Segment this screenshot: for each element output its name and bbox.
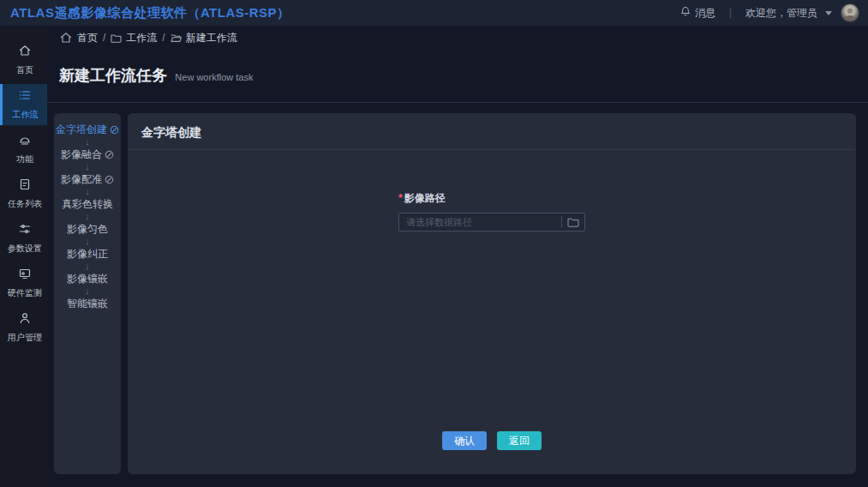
sidebar-item-7[interactable]: 用户管理: [0, 307, 47, 348]
step-arrow-icon: ↓: [85, 211, 90, 222]
sidebar-item-5[interactable]: 参数设置: [0, 218, 47, 259]
step-label: 智能镶嵌: [67, 298, 108, 310]
breadcrumb-label: 新建工作流: [186, 31, 237, 45]
header-divider: |: [724, 7, 737, 19]
workflow-step-7[interactable]: 影像镶嵌: [67, 273, 108, 285]
breadcrumb-separator: /: [162, 32, 165, 44]
step-config-panel: 金字塔创建 *影像路径: [128, 113, 856, 474]
page-title: 新建工作流任务: [59, 67, 167, 84]
page-title-block: 新建工作流任务 New workflow task: [47, 50, 868, 103]
workflow-step-4[interactable]: 真彩色转换: [62, 198, 113, 210]
workflow-step-6[interactable]: 影像纠正: [67, 248, 108, 260]
sidebar-item-4[interactable]: 任务列表: [0, 173, 47, 214]
sidebar-item-6[interactable]: 硬件监测: [0, 262, 47, 304]
sidebar: 首页 工作流 功能 任务列表 参数设置 硬件监测 用户管理: [0, 26, 47, 487]
app-header: ATLAS遥感影像综合处理软件（ATLAS-RSP） 消息 | 欢迎您，管理员: [0, 0, 868, 26]
step-label: 影像镶嵌: [67, 273, 108, 285]
caret-down-icon: [825, 11, 832, 15]
step-arrow-icon: ↓: [85, 136, 90, 147]
browse-folder-button[interactable]: [562, 213, 584, 231]
step-status-icon: [105, 175, 114, 184]
sidebar-item-label: 首页: [16, 64, 33, 76]
step-label: 真彩色转换: [62, 198, 113, 210]
home-icon: [18, 44, 32, 60]
image-path-input-wrap: [398, 213, 585, 231]
step-label: 影像融合: [61, 148, 102, 160]
main-layout: 首页 工作流 功能 任务列表 参数设置 硬件监测 用户管理 首页/ 工作流/ 新…: [0, 26, 868, 487]
header-right: 消息 | 欢迎您，管理员: [680, 3, 859, 22]
folder-icon: [111, 33, 122, 43]
breadcrumb: 首页/ 工作流/ 新建工作流: [47, 26, 868, 50]
app-title: ATLAS遥感影像综合处理软件（ATLAS-RSP）: [10, 5, 290, 21]
panel-title: 金字塔创建: [128, 113, 856, 149]
sidebar-item-label: 工作流: [12, 109, 38, 121]
step-arrow-icon: ↓: [85, 186, 90, 197]
avatar[interactable]: [841, 3, 859, 22]
breadcrumb-separator: /: [103, 32, 105, 44]
task-list-icon: [18, 177, 32, 194]
sidebar-item-label: 任务列表: [8, 198, 42, 210]
back-button[interactable]: 返回: [497, 431, 542, 450]
step-label: 影像匀色: [67, 223, 108, 235]
image-path-input[interactable]: [399, 217, 561, 227]
sidebar-item-label: 用户管理: [8, 332, 42, 344]
step-label: 影像纠正: [67, 248, 108, 260]
step-arrow-icon: ↓: [85, 261, 90, 272]
step-label: 金字塔创建: [56, 123, 107, 135]
workflow-icon: [18, 88, 32, 105]
breadcrumb-label: 首页: [77, 31, 98, 45]
workflow-step-2[interactable]: 影像融合: [61, 148, 114, 160]
step-status-icon: [110, 125, 119, 135]
sidebar-item-label: 参数设置: [8, 243, 42, 255]
workflow-step-8[interactable]: 智能镶嵌: [67, 298, 108, 310]
bell-icon: [680, 6, 691, 20]
sidebar-item-1[interactable]: 首页: [0, 39, 47, 81]
user-menu[interactable]: 欢迎您，管理员: [745, 6, 832, 21]
sidebar-item-label: 硬件监测: [8, 287, 42, 299]
welcome-label: 欢迎您，管理员: [745, 6, 817, 21]
parameter-settings-icon: [18, 222, 32, 238]
workflow-step-1[interactable]: 金字塔创建: [56, 123, 119, 135]
panels-row: 金字塔创建↓影像融合↓影像配准↓真彩色转换↓影像匀色↓影像纠正↓影像镶嵌↓智能镶…: [47, 103, 868, 487]
functions-icon: [18, 133, 32, 149]
messages-button[interactable]: 消息: [680, 6, 715, 21]
panel-divider: [129, 149, 854, 150]
messages-label: 消息: [695, 6, 715, 21]
breadcrumb-item-2[interactable]: 工作流: [111, 31, 157, 45]
sidebar-item-label: 功能: [16, 153, 33, 165]
home-icon: [59, 31, 73, 45]
form-actions: 确认 返回: [128, 431, 856, 450]
image-path-field: *影像路径: [398, 191, 585, 231]
required-mark: *: [398, 192, 403, 204]
folder-open-icon: [171, 33, 182, 43]
form-area: *影像路径: [128, 191, 856, 231]
breadcrumb-item-1[interactable]: 首页: [59, 31, 98, 45]
workflow-step-5[interactable]: 影像匀色: [67, 223, 108, 235]
breadcrumb-label: 工作流: [126, 31, 157, 45]
workflow-step-3[interactable]: 影像配准: [61, 173, 114, 185]
user-management-icon: [18, 311, 32, 328]
step-arrow-icon: ↓: [85, 236, 90, 247]
step-arrow-icon: ↓: [85, 286, 90, 297]
step-status-icon: [105, 150, 114, 159]
content-area: 首页/ 工作流/ 新建工作流 新建工作流任务 New workflow task…: [47, 26, 868, 487]
workflow-steps-panel: 金字塔创建↓影像融合↓影像配准↓真彩色转换↓影像匀色↓影像纠正↓影像镶嵌↓智能镶…: [54, 113, 121, 474]
step-arrow-icon: ↓: [85, 161, 90, 172]
hardware-monitor-icon: [18, 267, 32, 283]
step-label: 影像配准: [61, 173, 102, 185]
image-path-label: *影像路径: [398, 191, 585, 206]
page-subtitle: New workflow task: [175, 72, 253, 82]
confirm-button[interactable]: 确认: [442, 431, 487, 450]
sidebar-item-3[interactable]: 功能: [0, 129, 47, 170]
breadcrumb-item-3[interactable]: 新建工作流: [171, 31, 237, 45]
sidebar-item-2[interactable]: 工作流: [0, 84, 47, 125]
